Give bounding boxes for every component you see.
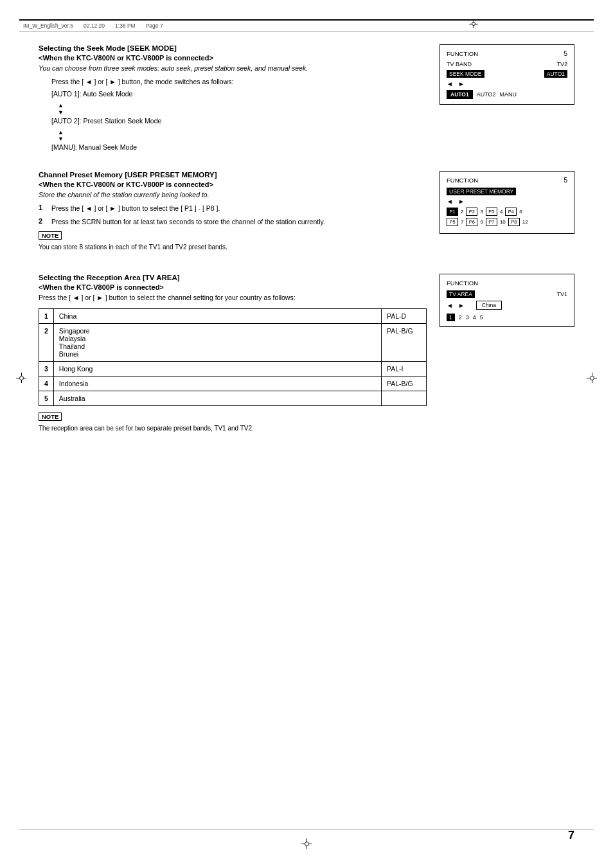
- tv-area-left: Selecting the Reception Area [TV AREA] <…: [39, 274, 427, 439]
- crosshair-right: [587, 373, 597, 383]
- preset-n7: 7: [461, 219, 463, 225]
- tv-area-display: FUNCTION TV AREA TV1 ◄ ► China 1 2 3: [440, 274, 574, 327]
- preset-step1-num: 1: [39, 204, 46, 211]
- main-content: Selecting the Seek Mode [SEEK MODE] <Whe…: [0, 31, 613, 468]
- preset-memory-title: Channel Preset Memory [USER PRESET MEMOR…: [39, 171, 427, 179]
- preset-p6: P6: [466, 218, 477, 226]
- tv-area-right: FUNCTION TV AREA TV1 ◄ ► China 1 2 3: [440, 274, 581, 439]
- area-country-4: Indonesia: [53, 376, 381, 391]
- seek-tvband-label: TV BAND: [447, 61, 472, 67]
- area-country-5: Australia: [53, 391, 381, 405]
- preset-note-text: You can store 8 stations in each of the …: [39, 242, 427, 252]
- preset-step2-num: 2: [39, 217, 46, 225]
- tv-area-table: 1 China PAL-D 2 SingaporeMalaysiaThailan…: [39, 308, 427, 406]
- preset-left-arrow: ◄: [447, 198, 453, 205]
- preset-n2: 2: [461, 209, 463, 215]
- tv-area-note-label: NOTE: [39, 412, 62, 421]
- tv-area-subtitle: <When the KTC-V800P is connected>: [39, 283, 427, 291]
- preset-n3: 3: [480, 209, 483, 215]
- table-row: 3 Hong Kong PAL-I: [39, 361, 427, 376]
- preset-note-container: NOTE You can store 8 stations in each of…: [39, 231, 427, 252]
- area-num-1: 1: [39, 308, 54, 323]
- table-row: 4 Indonesia PAL-B/G: [39, 376, 427, 391]
- seek-mode-value-box: AUTO1: [544, 70, 567, 78]
- seek-buttons: AUTO1 AUTO2 MANU: [447, 90, 567, 99]
- tvarea-num-4: 4: [473, 314, 476, 321]
- area-num-2: 2: [39, 323, 54, 361]
- preset-grid-row1: P1 2 P2 3 P3 4 P4 6: [447, 208, 567, 216]
- tvarea-right-arrow: ►: [458, 302, 465, 309]
- tv-area-title: Selecting the Reception Area [TV AREA]: [39, 274, 427, 281]
- preset-p7: P7: [486, 218, 497, 226]
- seek-mode-left: Selecting the Seek Mode [SEEK MODE] <Whe…: [39, 44, 427, 155]
- preset-step1-text: Press the [ ◄ ] or [ ► ] button to selec…: [51, 204, 220, 214]
- page-container: IM_W_English_ver.5 02.12.20 1:38 PM Page…: [0, 0, 613, 868]
- preset-memory-italic: Store the channel of the station current…: [39, 190, 427, 200]
- seek-btn-space1: AUTO2: [477, 91, 496, 98]
- area-standard-4: PAL-B/G: [382, 376, 427, 391]
- seek-tv-band-row: TV BAND TV2: [447, 61, 567, 67]
- seek-arrows: ◄ ►: [447, 80, 567, 87]
- tv-area-text: Press the [ ◄ ] or [ ► ] button to selec…: [39, 293, 427, 303]
- tvarea-row: TV AREA TV1: [447, 290, 567, 298]
- area-country-1: China: [53, 308, 381, 323]
- tvarea-display-header: FUNCTION: [447, 279, 567, 287]
- seek-mode-display: FUNCTION 5 TV BAND TV2 SEEK MODE AUTO1 ◄…: [440, 44, 574, 105]
- preset-display-function-num: 5: [564, 177, 567, 184]
- tvarea-left-arrow: ◄: [447, 302, 453, 309]
- seek-mode-auto1: [AUTO 1]: Auto Seek Mode: [51, 89, 427, 100]
- preset-note-label: NOTE: [39, 231, 62, 240]
- tvarea-num-1: 1: [447, 314, 455, 321]
- preset-memory-section: Channel Preset Memory [USER PRESET MEMOR…: [39, 171, 581, 258]
- header-date: 02.12.20: [84, 22, 105, 29]
- preset-p2: P2: [466, 208, 477, 216]
- seek-display-function-num: 5: [564, 50, 567, 57]
- area-standard-2: PAL-B/G: [382, 323, 427, 361]
- header-file: IM_W_English_ver.5: [23, 22, 73, 29]
- preset-n6: 6: [519, 209, 522, 215]
- tv-area-section: Selecting the Reception Area [TV AREA] <…: [39, 274, 581, 439]
- preset-p4: P4: [505, 208, 517, 216]
- table-row: 1 China PAL-D: [39, 308, 427, 323]
- arrow1: ▲ ▼: [58, 102, 427, 116]
- preset-right-arrow: ►: [458, 198, 465, 205]
- seek-mode-title: Selecting the Seek Mode [SEEK MODE]: [39, 44, 427, 52]
- tvarea-china-badge: China: [476, 301, 502, 310]
- tv-area-note-text: The reception area can be set for two se…: [39, 423, 427, 433]
- area-num-4: 4: [39, 376, 54, 391]
- preset-step2: 2 Press the SCRN button for at least two…: [39, 217, 427, 227]
- table-row: 2 SingaporeMalaysiaThailandBrunei PAL-B/…: [39, 323, 427, 361]
- area-num-3: 3: [39, 361, 54, 376]
- preset-p5: P5: [447, 218, 458, 226]
- preset-arrows: ◄ ►: [447, 198, 567, 205]
- page-number: 7: [568, 829, 574, 842]
- seek-mode-right: FUNCTION 5 TV BAND TV2 SEEK MODE AUTO1 ◄…: [440, 44, 581, 155]
- seek-modes-list: [AUTO 1]: Auto Seek Mode ▲ ▼ [AUTO 2]: P…: [51, 89, 427, 152]
- preset-n12: 12: [522, 219, 528, 225]
- preset-n9: 9: [480, 219, 483, 225]
- area-country-2: SingaporeMalaysiaThailandBrunei: [53, 323, 381, 361]
- seek-mode-section: Selecting the Seek Mode [SEEK MODE] <Whe…: [39, 44, 581, 155]
- preset-user-label: USER PRESET MEMORY: [447, 188, 516, 195]
- preset-n4: 4: [500, 209, 502, 215]
- area-num-5: 5: [39, 391, 54, 405]
- tvarea-label: TV AREA: [447, 290, 475, 298]
- seek-mode-auto2: [AUTO 2]: Preset Station Seek Mode: [51, 116, 427, 127]
- preset-p8: P8: [508, 218, 520, 226]
- area-country-3: Hong Kong: [53, 361, 381, 376]
- preset-step1: 1 Press the [ ◄ ] or [ ► ] button to sel…: [39, 204, 427, 214]
- top-bar: IM_W_English_ver.5 02.12.20 1:38 PM Page…: [19, 19, 594, 31]
- seek-right-arrow: ►: [458, 80, 465, 87]
- seek-display-function-label: FUNCTION: [447, 50, 478, 57]
- tvarea-num-3: 3: [466, 314, 469, 321]
- seek-mode-row: SEEK MODE AUTO1: [447, 70, 567, 78]
- seek-mode-manu: [MANU]: Manual Seek Mode: [51, 143, 427, 153]
- tvarea-function-label: FUNCTION: [447, 279, 478, 287]
- seek-mode-subtitle: <When the KTC-V800N or KTC-V800P is conn…: [39, 54, 427, 62]
- preset-p3: P3: [486, 208, 497, 216]
- table-row: 5 Australia: [39, 391, 427, 405]
- tvarea-tv1: TV1: [556, 291, 567, 297]
- preset-memory-subtitle: <When the KTC-V800N or KTC-V800P is conn…: [39, 181, 427, 188]
- preset-user-row: USER PRESET MEMORY: [447, 188, 567, 195]
- seek-tvband-value: TV2: [556, 61, 567, 67]
